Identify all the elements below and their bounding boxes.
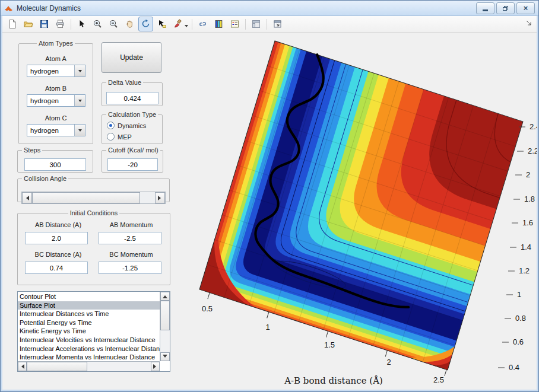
- y-tick-label: 0.4: [509, 363, 519, 372]
- slider-thumb[interactable]: [32, 192, 140, 203]
- rotate-3d-button[interactable]: [138, 17, 153, 31]
- list-item[interactable]: Internuclear Accelerations vs Internucle…: [18, 345, 160, 353]
- wall-orangered: [199, 41, 523, 370]
- bc-distance-field[interactable]: [25, 262, 88, 274]
- slider-left-arrow[interactable]: [22, 192, 32, 203]
- corner-darkred-blob: [199, 240, 263, 305]
- zoom-out-button[interactable]: [106, 17, 121, 31]
- x-tick-label: 0.5: [202, 304, 213, 313]
- edit-plot-button[interactable]: [74, 17, 89, 31]
- steps-title: Steps: [22, 146, 42, 154]
- band-orangered: [199, 41, 523, 370]
- collision-angle-title: Collision Angle: [22, 175, 68, 182]
- y-tick-label: 1: [517, 290, 521, 299]
- matlab-figure-icon: [4, 4, 13, 12]
- toolbar-separator: [192, 19, 192, 30]
- legend-icon: [230, 19, 240, 29]
- hide-plot-tools-icon: [251, 19, 261, 29]
- minimize-icon: [483, 9, 488, 11]
- data-cursor-button[interactable]: [154, 17, 169, 31]
- ab-distance-field[interactable]: [25, 232, 88, 244]
- update-button[interactable]: Update: [102, 42, 161, 73]
- dock-figure-button[interactable]: [270, 17, 285, 31]
- x-tick-label: 2: [386, 358, 391, 366]
- plot-box: [199, 41, 523, 370]
- atom-c-select[interactable]: hydrogen: [27, 124, 85, 136]
- wall-orange: [199, 41, 523, 370]
- band-orange: [199, 41, 523, 370]
- ab-momentum-field[interactable]: [99, 232, 161, 244]
- plot-type-listbox[interactable]: Contour PlotSurface PlotInternuclear Dis…: [17, 291, 170, 372]
- delta-value-field[interactable]: [106, 92, 158, 104]
- band-greenyellow: [199, 41, 523, 370]
- save-figure-button[interactable]: [37, 17, 52, 31]
- close-icon: ×: [524, 4, 528, 12]
- scroll-up-arrow[interactable]: [160, 292, 170, 301]
- list-item[interactable]: Kinetic Energy vs Time: [18, 327, 160, 336]
- hscroll-thumb[interactable]: [27, 362, 87, 371]
- list-item[interactable]: Internuclear Momenta vs Internuclear Dis…: [18, 353, 160, 361]
- collision-angle-slider[interactable]: [21, 192, 166, 204]
- radio-mep[interactable]: MEP: [107, 133, 132, 141]
- listbox-hscrollbar[interactable]: [18, 361, 160, 371]
- collision-angle-panel: Collision Angle: [17, 175, 170, 202]
- brush-data-button[interactable]: [170, 17, 185, 31]
- zoom-in-button[interactable]: [90, 17, 105, 31]
- y-tick-label: 2.4: [530, 122, 539, 131]
- restore-button[interactable]: [496, 2, 515, 14]
- close-button[interactable]: ×: [516, 2, 535, 14]
- atom-types-panel: Atom Types Atom A hydrogen Atom B hydrog…: [18, 40, 93, 144]
- dropdown-arrow-icon[interactable]: [74, 95, 85, 106]
- dropdown-arrow-icon[interactable]: [74, 65, 85, 77]
- slider-right-arrow[interactable]: [155, 192, 165, 203]
- wall-lightblue: [199, 41, 523, 370]
- surface-sheet: [198, 41, 523, 376]
- x-axis-label: A-B bond distance (Å): [284, 375, 383, 386]
- atom-b-select[interactable]: hydrogen: [27, 94, 85, 107]
- vscroll-thumb[interactable]: [160, 301, 170, 330]
- dropdown-arrow-icon[interactable]: [74, 125, 85, 136]
- steps-field[interactable]: [24, 158, 86, 171]
- y-tick-label: 1.6: [522, 218, 533, 227]
- hide-plot-tools-button[interactable]: [249, 17, 264, 31]
- bc-momentum-field[interactable]: [99, 262, 161, 274]
- toolbar-corner-arrow-icon[interactable]: [525, 18, 532, 29]
- pan-button[interactable]: [122, 17, 137, 31]
- band-darkblue: [199, 41, 523, 370]
- list-item[interactable]: Internuclear Distances vs Time: [18, 310, 160, 318]
- list-item[interactable]: Potential Energy vs Time: [18, 318, 160, 327]
- listbox-vscrollbar[interactable]: [160, 292, 170, 361]
- list-item[interactable]: Contour Plot: [18, 292, 160, 301]
- scroll-right-arrow[interactable]: [151, 362, 160, 371]
- print-figure-button[interactable]: [53, 17, 68, 31]
- scroll-down-arrow[interactable]: [160, 352, 170, 361]
- insert-legend-button[interactable]: [227, 17, 242, 31]
- scroll-left-arrow[interactable]: [18, 362, 27, 371]
- y-tick-label: 1.4: [521, 243, 531, 251]
- open-file-button[interactable]: [21, 17, 36, 31]
- data-cursor-icon: [157, 19, 167, 29]
- contour-line: [277, 60, 523, 311]
- link-plot-button[interactable]: [195, 17, 210, 31]
- cutoff-field[interactable]: [107, 158, 158, 171]
- list-item[interactable]: Internuclear Velocities vs Internuclear …: [18, 336, 160, 345]
- initial-conditions-panel: Initial Conditions AB Distance (A) AB Mo…: [17, 209, 170, 285]
- ab-momentum-label: AB Momentum: [96, 221, 166, 228]
- x-axis-ticks: [208, 293, 446, 376]
- calculation-type-title: Calculation Type: [106, 111, 158, 118]
- list-item[interactable]: Surface Plot: [18, 301, 160, 310]
- insert-colorbar-button[interactable]: [211, 17, 226, 31]
- brush-dropdown-arrow-icon[interactable]: [185, 25, 188, 29]
- radio-dynamics[interactable]: Dynamics: [107, 122, 146, 129]
- x-tick-label: 1.5: [324, 340, 335, 349]
- br-orange-wedge: [409, 334, 455, 370]
- radio-dynamics-label: Dynamics: [118, 122, 146, 129]
- atom-a-select[interactable]: hydrogen: [27, 65, 85, 77]
- new-figure-button[interactable]: [5, 17, 20, 31]
- cursor-arrow-icon: [77, 19, 87, 29]
- atom-c-label: Atom C: [19, 114, 93, 122]
- minimize-button[interactable]: [476, 2, 494, 14]
- atom-b-value: hydrogen: [27, 97, 74, 104]
- steps-panel: Steps: [17, 146, 93, 173]
- contour-line: [433, 100, 523, 197]
